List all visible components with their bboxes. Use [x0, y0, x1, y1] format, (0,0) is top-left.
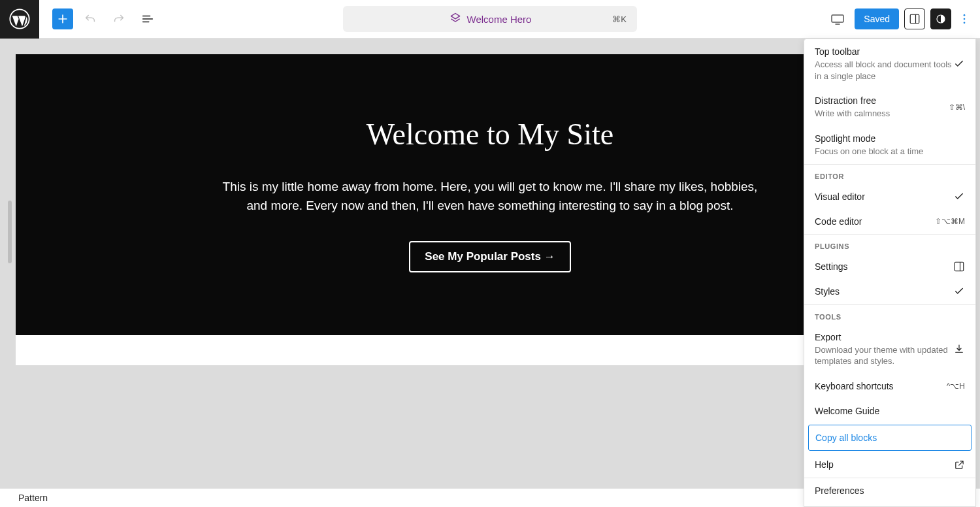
menu-item-copy-all-blocks[interactable]: Copy all blocks	[808, 425, 972, 451]
document-chip[interactable]: Welcome Hero ⌘K	[343, 6, 637, 32]
hero-title[interactable]: Welcome to My Site	[367, 117, 613, 152]
svg-point-4	[964, 14, 966, 16]
top-toolbar: Welcome Hero ⌘K Saved	[0, 0, 980, 39]
shortcut-label: ⇧⌥⌘M	[935, 217, 965, 226]
menu-item-code-editor[interactable]: Code editor ⇧⌥⌘M	[804, 209, 975, 234]
menu-item-styles[interactable]: Styles	[804, 279, 975, 304]
menu-item-visual-editor[interactable]: Visual editor	[804, 184, 975, 209]
download-icon	[953, 343, 965, 355]
pattern-icon	[449, 12, 462, 27]
svg-rect-2	[910, 14, 919, 24]
resize-handle-left[interactable]	[8, 201, 12, 263]
document-overview-button[interactable]	[136, 7, 159, 31]
menu-item-distraction-free[interactable]: Distraction free Write with calmness ⇧⌘\	[804, 88, 975, 126]
options-menu: Top toolbar Access all block and documen…	[804, 39, 976, 507]
styles-panel-toggle[interactable]	[930, 8, 951, 29]
menu-item-spotlight-mode[interactable]: Spotlight mode Focus on one block at a t…	[804, 126, 975, 164]
shortcut-label: ^⌥H	[947, 382, 965, 391]
menu-item-top-toolbar[interactable]: Top toolbar Access all block and documen…	[804, 39, 975, 88]
command-shortcut: ⌘K	[612, 14, 627, 24]
menu-item-settings[interactable]: Settings	[804, 254, 975, 279]
menu-item-welcome-guide[interactable]: Welcome Guide	[804, 399, 975, 423]
menu-item-export[interactable]: Export Download your theme with updated …	[804, 325, 975, 374]
add-block-button[interactable]	[52, 8, 73, 29]
options-menu-button[interactable]	[956, 8, 972, 29]
redo-button[interactable]	[107, 7, 131, 31]
svg-point-6	[964, 22, 966, 24]
check-icon	[953, 58, 965, 70]
menu-item-help[interactable]: Help	[804, 452, 975, 477]
svg-point-5	[964, 18, 966, 20]
hero-body[interactable]: This is my little home away from home. H…	[222, 178, 758, 215]
group-header-plugins: Plugins	[804, 235, 975, 254]
wordpress-logo-button[interactable]	[0, 0, 39, 39]
group-header-tools: Tools	[804, 305, 975, 325]
check-icon	[953, 191, 965, 203]
undo-button[interactable]	[78, 7, 102, 31]
hero-cta-button[interactable]: See My Popular Posts →	[409, 241, 570, 272]
group-header-editor: Editor	[804, 165, 975, 184]
check-icon	[953, 286, 965, 297]
menu-item-keyboard-shortcuts[interactable]: Keyboard shortcuts ^⌥H	[804, 374, 975, 399]
panel-icon	[953, 261, 965, 272]
toolbar-right-group: Saved	[826, 7, 980, 31]
settings-panel-toggle[interactable]	[904, 8, 925, 29]
shortcut-label: ⇧⌘\	[949, 103, 965, 112]
svg-rect-1	[832, 15, 843, 22]
document-title: Welcome Hero	[467, 14, 532, 25]
external-link-icon	[954, 459, 965, 470]
menu-item-preferences[interactable]: Preferences	[804, 478, 975, 503]
block-type-label: Pattern	[18, 493, 48, 503]
toolbar-left-group	[39, 7, 159, 31]
svg-rect-7	[955, 262, 964, 271]
device-preview-button[interactable]	[826, 7, 849, 31]
saved-button[interactable]: Saved	[855, 8, 899, 29]
